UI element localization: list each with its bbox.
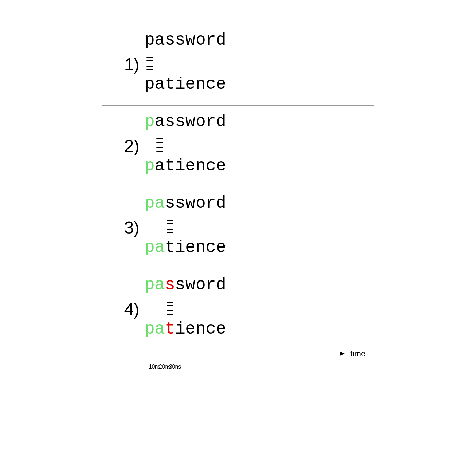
char: w — [185, 112, 196, 131]
equals-symbol: == — [165, 219, 175, 237]
char: e — [185, 238, 196, 257]
equals-symbol: == — [155, 137, 165, 155]
char: a — [155, 112, 165, 131]
char: a — [155, 319, 165, 339]
char: t — [165, 74, 175, 94]
char: e — [216, 238, 226, 257]
row-divider — [102, 187, 374, 187]
step-label: 4) — [102, 300, 139, 319]
char: a — [155, 275, 165, 294]
char: t — [165, 238, 175, 257]
step-label: 3) — [102, 218, 139, 238]
time-tick-label: 30ns — [169, 364, 181, 370]
char: e — [216, 319, 226, 339]
char: n — [196, 156, 206, 175]
char: p — [144, 238, 155, 257]
char: o — [196, 30, 206, 50]
char: a — [155, 238, 165, 257]
char: c — [206, 74, 216, 94]
char: s — [165, 30, 175, 50]
word-top: password — [144, 112, 226, 131]
char: a — [155, 30, 165, 50]
time-axis-arrowhead — [340, 352, 345, 356]
word-bottom: patience — [144, 319, 226, 339]
char: p — [144, 275, 155, 294]
char: p — [144, 193, 155, 213]
char: p — [144, 74, 155, 94]
row-divider — [102, 105, 374, 106]
char: o — [196, 275, 206, 294]
char: c — [206, 238, 216, 257]
char: r — [206, 193, 216, 213]
char: o — [196, 112, 206, 131]
equals-symbol: == — [144, 56, 155, 73]
char: i — [175, 238, 185, 257]
char: n — [196, 319, 206, 339]
time-axis — [139, 354, 340, 354]
char: s — [175, 30, 185, 50]
char: w — [185, 275, 196, 294]
char: d — [216, 193, 226, 213]
char: a — [155, 74, 165, 94]
char: d — [216, 112, 226, 131]
word-bottom: patience — [144, 156, 226, 175]
char: a — [155, 156, 165, 175]
char: r — [206, 275, 216, 294]
char: c — [206, 156, 216, 175]
char: t — [165, 319, 175, 339]
word-bottom: patience — [144, 74, 226, 94]
time-axis-label: time — [350, 349, 366, 358]
word-bottom: patience — [144, 238, 226, 257]
char: e — [185, 156, 196, 175]
char: s — [165, 112, 175, 131]
char: e — [185, 74, 196, 94]
word-top: password — [144, 30, 226, 50]
char: s — [175, 112, 185, 131]
char: s — [175, 275, 185, 294]
word-top: password — [144, 193, 226, 213]
char: p — [144, 112, 155, 131]
step-label: 1) — [102, 55, 139, 74]
char: t — [165, 156, 175, 175]
char: r — [206, 112, 216, 131]
step-label: 2) — [102, 136, 139, 156]
char: s — [165, 193, 175, 213]
char: d — [216, 275, 226, 294]
char: r — [206, 30, 216, 50]
char: s — [165, 275, 175, 294]
char: w — [185, 193, 196, 213]
char: s — [175, 193, 185, 213]
char: n — [196, 238, 206, 257]
char: i — [175, 156, 185, 175]
char: e — [216, 156, 226, 175]
char: p — [144, 156, 155, 175]
char: w — [185, 30, 196, 50]
equals-symbol: == — [165, 301, 175, 318]
diagram-canvas: 1)passwordpatience==2)passwordpatience==… — [0, 0, 476, 476]
char: i — [175, 319, 185, 339]
char: i — [175, 74, 185, 94]
char: e — [185, 319, 196, 339]
char: c — [206, 319, 216, 339]
char: d — [216, 30, 226, 50]
char: o — [196, 193, 206, 213]
row-divider — [102, 269, 374, 269]
char: a — [155, 193, 165, 213]
word-top: password — [144, 275, 226, 294]
char: n — [196, 74, 206, 94]
char: p — [144, 30, 155, 50]
char: e — [216, 74, 226, 94]
char: p — [144, 319, 155, 339]
